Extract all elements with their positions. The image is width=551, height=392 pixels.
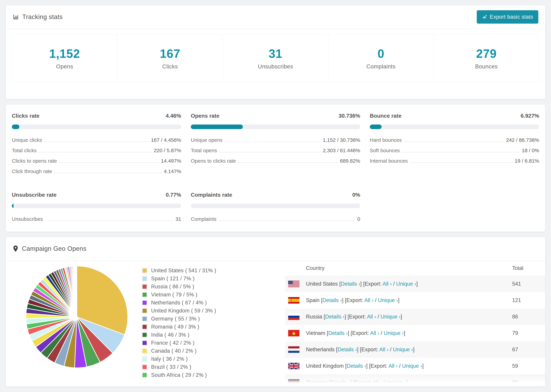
export-all-link[interactable]: All › [389,363,397,369]
bar-chart-icon [13,14,19,20]
rate-row-unique-clicks: Unique clicks167 / 4.456% [12,137,181,143]
export-all-link[interactable]: All › [364,297,373,303]
legend-item-canada[interactable]: Canada ( 40 / 2% ) [142,348,238,354]
tracking-header-divider [6,28,545,29]
rate-title: Opens rate [191,113,219,119]
rate-block-opens-rate: Opens rate30.736%Unique opens1,152 / 30.… [191,113,360,179]
country-name: United States [306,281,339,287]
pie-svg [24,264,129,369]
rate-block-clicks-rate: Clicks rate4.46%Unique clicks167 / 4.456… [12,113,181,179]
stat-cell-bounces: 279Bounces [434,35,539,82]
legend-swatch-icon [142,324,147,329]
geo-table-header-country: Country [285,265,325,271]
export-unique-link[interactable]: Unique › [396,281,416,287]
export-unique-link[interactable]: Unique › [378,297,398,303]
country-name: Spain [306,297,321,303]
rate-progress-track [12,125,181,129]
bracket-text: ] [ [366,363,371,369]
export-button-label: Export basic stats [490,14,533,20]
table-row-vietnam: Vietnam [Details ›] [Export: All › / Uni… [285,325,545,341]
rate-block-bounce-rate: Bounce rate6.927%Hard bounces242 / 86.73… [370,113,539,179]
legend-item-united-kingdom[interactable]: United Kingdom ( 59 / 3% ) [142,308,238,314]
legend-label: Netherlands ( 67 / 4% ) [151,300,207,306]
legend-swatch-icon [142,276,147,281]
legend-item-germany[interactable]: Germany ( 55 / 3% ) [142,316,238,322]
details-link[interactable]: Details › [338,347,357,352]
legend-label: Spain ( 121 / 7% ) [151,275,195,282]
export-icon [482,14,487,20]
export-all-link[interactable]: All › [379,347,389,352]
rate-row-value: 1,152 / 30.736% [323,137,360,143]
table-row-netherlands: Netherlands [Details ›] [Export: All › /… [285,341,545,358]
rate-title: Unsubscribe rate [12,192,57,198]
rate-row-value: 689.82% [340,158,360,164]
bracket-text: [ [345,363,347,369]
flag-russia-icon [288,314,299,320]
stat-value: 0 [377,47,384,61]
export-unique-link[interactable]: Unique › [402,363,422,369]
legend-item-romania[interactable]: Romania ( 49 / 3% ) [142,324,238,330]
bracket-text: ] [ [345,314,349,320]
rate-row-label: Unique opens [191,137,222,143]
tracking-stats-title: Tracking stats [13,13,63,21]
flag-netherlands-icon [288,346,299,353]
legend-item-united-states[interactable]: United States ( 541 / 31% ) [142,267,238,274]
rate-progress-track [12,203,181,208]
export-unique-link[interactable]: Unique › [381,314,401,320]
details-link[interactable]: Details › [347,363,366,369]
legend-item-brazil[interactable]: Brazil ( 33 / 2% ) [142,364,238,370]
export-unique-link[interactable]: Unique › [393,347,413,352]
legend-item-france[interactable]: France ( 42 / 2% ) [142,340,238,346]
geo-table-header-total: Total [512,265,545,271]
legend-item-spain[interactable]: Spain ( 121 / 7% ) [142,275,238,282]
export-unique-link[interactable]: Unique › [384,330,404,336]
flag-united-kingdom-icon [288,363,299,369]
rates-card: Clicks rate4.46%Unique clicks167 / 4.456… [6,104,545,232]
total-cell: 86 [512,314,545,320]
rate-row-label: Total opens [191,147,217,154]
export-all-link[interactable]: All › [367,314,376,320]
rate-block-header: Unsubscribe rate0.77% [12,192,181,198]
flag-spain-icon [288,297,299,304]
legend-item-italy[interactable]: Italy ( 36 / 2% ) [142,356,238,362]
geo-content: United States ( 541 / 31% )Spain ( 121 /… [6,261,545,386]
total-cell: 79 [512,330,545,336]
geo-table: Country Total United States [Details ›] … [285,261,545,386]
rate-rows: Unique opens1,152 / 30.736%Total opens2,… [191,137,360,164]
details-link[interactable]: Details › [323,297,342,303]
rate-row-label: Opens to clicks rate [191,158,236,164]
rate-block-complaints-rate: Complaints rate0%Complaints0 [191,192,360,226]
rate-row-value: 167 / 4.456% [151,137,181,143]
details-link[interactable]: Details › [341,281,360,287]
legend-item-india[interactable]: India ( 46 / 3% ) [142,332,238,338]
stat-value: 1,152 [49,47,80,61]
flag-united-states-icon [288,281,299,287]
details-link[interactable]: Details › [328,330,348,336]
rate-rows: Unique clicks167 / 4.456%Total clicks220… [12,137,181,175]
slash-text: / [379,330,384,336]
legend-item-netherlands[interactable]: Netherlands ( 67 / 4% ) [142,300,238,306]
export-basic-stats-button[interactable]: Export basic stats [477,10,538,24]
bracket-text: ] [404,330,405,336]
slash-text: / [398,363,402,369]
export-all-link[interactable]: All › [370,330,379,336]
geo-pie-chart [12,261,142,386]
dotted-leader [39,152,152,152]
export-all-link[interactable]: All › [383,281,392,287]
legend-item-south-africa[interactable]: South Africa ( 29 / 2% ) [142,372,238,378]
stat-label: Clicks [162,63,178,70]
bracket-text: ] [398,297,400,303]
country-name: Netherlands [306,347,336,352]
rate-row-value: 31 [176,216,181,222]
legend-label: Canada ( 40 / 2% ) [151,348,197,354]
country-name: Russia [306,314,324,320]
legend-label: United Kingdom ( 59 / 3% ) [151,308,216,314]
pie-slice-other-35[interactable] [77,266,77,317]
legend-item-russia[interactable]: Russia ( 86 / 5% ) [142,284,238,290]
country-cell-united-states: United States [Details ›] [Export: All ›… [299,281,418,287]
total-cell: 541 [512,281,545,287]
tracking-stats-card: Tracking stats Export basic stats 1,152O… [6,5,545,99]
legend-label: Vietnam ( 79 / 5% ) [151,292,197,298]
legend-item-vietnam[interactable]: Vietnam ( 79 / 5% ) [142,292,238,298]
details-link[interactable]: Details › [325,314,345,320]
